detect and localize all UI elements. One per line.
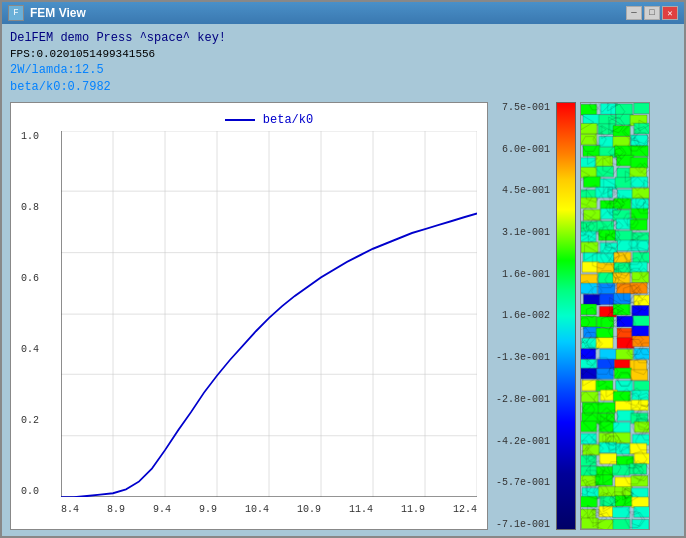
cb-label-1: 6.0e-001 — [496, 144, 550, 155]
cb-label-4: 1.6e-001 — [496, 269, 550, 280]
lambda-line: 2W/lamda:12.5 — [10, 62, 676, 79]
cb-label-9: -5.7e-001 — [496, 477, 550, 488]
cb-label-8: -4.2e-001 — [496, 436, 550, 447]
x-label-11.4: 11.4 — [349, 504, 373, 515]
x-axis-labels: 8.4 8.9 9.4 9.9 10.4 10.9 11.4 11.9 12.4 — [61, 504, 477, 515]
x-label-8.4: 8.4 — [61, 504, 79, 515]
main-area: beta/k0 — [10, 102, 676, 530]
fps-line: FPS:0.0201051499341556 — [10, 47, 676, 62]
chart-area: 1.0 0.8 0.6 0.4 0.2 0.0 8.4 8.9 9.4 9.9 … — [61, 131, 477, 497]
title-bar: F FEM View — □ ✕ — [2, 2, 684, 24]
cb-label-6: -1.3e-001 — [496, 352, 550, 363]
y-label-0.0: 0.0 — [21, 486, 39, 497]
colorbar-gradient — [556, 102, 576, 530]
cb-label-5: 1.6e-002 — [496, 310, 550, 321]
close-button[interactable]: ✕ — [662, 6, 678, 20]
x-label-11.9: 11.9 — [401, 504, 425, 515]
x-label-10.9: 10.9 — [297, 504, 321, 515]
maximize-button[interactable]: □ — [644, 6, 660, 20]
chart-title: beta/k0 — [61, 113, 477, 127]
x-label-9.4: 9.4 — [153, 504, 171, 515]
x-label-9.9: 9.9 — [199, 504, 217, 515]
mesh-display — [580, 102, 650, 530]
content-area: DelFEM demo Press ^space^ key! FPS:0.020… — [2, 24, 684, 536]
window-title: FEM View — [30, 6, 86, 20]
main-window: F FEM View — □ ✕ DelFEM demo Press ^spac… — [0, 0, 686, 538]
right-panel: 7.5e-001 6.0e-001 4.5e-001 3.1e-001 1.6e… — [496, 102, 676, 530]
chart-svg — [61, 131, 477, 497]
cb-label-2: 4.5e-001 — [496, 185, 550, 196]
cb-label-10: -7.1e-001 — [496, 519, 550, 530]
y-label-0.2: 0.2 — [21, 415, 39, 426]
colorbar-scale: 7.5e-001 6.0e-001 4.5e-001 3.1e-001 1.6e… — [496, 102, 552, 530]
x-label-8.9: 8.9 — [107, 504, 125, 515]
cb-label-0: 7.5e-001 — [496, 102, 550, 113]
title-bar-left: F FEM View — [8, 5, 86, 21]
x-label-10.4: 10.4 — [245, 504, 269, 515]
y-label-0.4: 0.4 — [21, 344, 39, 355]
cb-label-3: 3.1e-001 — [496, 227, 550, 238]
chart-container: beta/k0 — [10, 102, 488, 530]
demo-line: DelFEM demo Press ^space^ key! — [10, 30, 676, 47]
window-icon: F — [8, 5, 24, 21]
colorbar-container: 7.5e-001 6.0e-001 4.5e-001 3.1e-001 1.6e… — [496, 102, 676, 530]
y-axis-labels: 1.0 0.8 0.6 0.4 0.2 0.0 — [21, 131, 39, 497]
chart-title-text: beta/k0 — [263, 113, 313, 127]
cb-label-7: -2.8e-001 — [496, 394, 550, 405]
x-label-12.4: 12.4 — [453, 504, 477, 515]
y-label-1.0: 1.0 — [21, 131, 39, 142]
window-controls: — □ ✕ — [626, 6, 678, 20]
y-label-0.6: 0.6 — [21, 273, 39, 284]
mesh-canvas — [581, 103, 649, 529]
legend-line-icon — [225, 119, 255, 121]
y-label-0.8: 0.8 — [21, 202, 39, 213]
minimize-button[interactable]: — — [626, 6, 642, 20]
press-label: Press ^space^ key! — [96, 31, 226, 45]
beta-line: beta/k0:0.7982 — [10, 79, 676, 96]
info-bar: DelFEM demo Press ^space^ key! FPS:0.020… — [10, 30, 676, 96]
demo-label: DelFEM demo — [10, 31, 89, 45]
